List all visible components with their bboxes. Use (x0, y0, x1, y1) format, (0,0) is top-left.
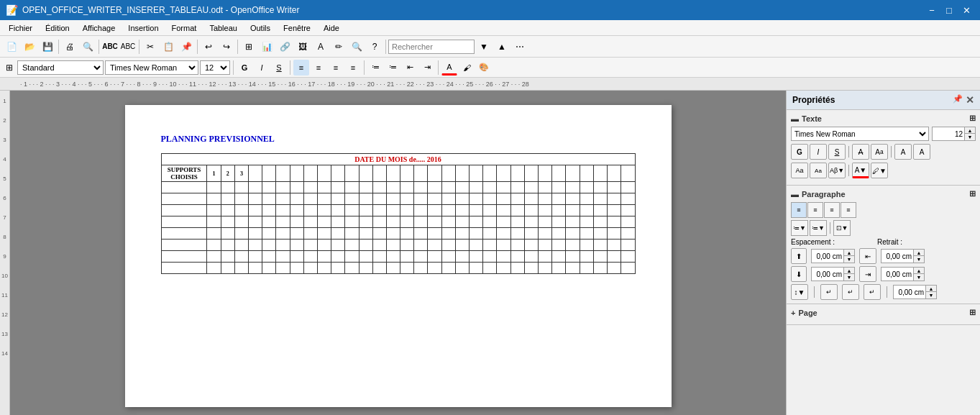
table-cell[interactable] (497, 263, 510, 274)
table-cell[interactable] (455, 263, 469, 274)
table-cell[interactable] (414, 205, 428, 216)
table-cell[interactable] (593, 240, 607, 251)
table-cell[interactable] (538, 216, 551, 228)
table-cell[interactable] (580, 182, 593, 193)
table-cell[interactable] (221, 193, 234, 205)
table-cell[interactable] (510, 216, 524, 228)
table-cell[interactable] (566, 193, 580, 205)
table-cell[interactable] (400, 240, 414, 251)
first-indent-btn[interactable]: ↵ (820, 284, 838, 300)
panel-font-color-btn[interactable]: A▼ (852, 163, 869, 178)
table-cell[interactable] (607, 228, 620, 240)
table-cell[interactable] (566, 263, 580, 274)
new-button[interactable]: 📄 (3, 38, 20, 55)
table-cell[interactable] (262, 182, 276, 193)
table-cell[interactable] (497, 216, 510, 228)
table-cell[interactable] (249, 251, 262, 263)
table-cell[interactable] (331, 205, 345, 216)
table-cell[interactable] (386, 228, 400, 240)
table-cell[interactable] (566, 205, 580, 216)
panel-close-button[interactable]: ✕ (966, 94, 974, 106)
menu-affichage[interactable]: Affichage (77, 22, 122, 34)
space-above-input[interactable] (811, 249, 843, 263)
table-cell[interactable] (317, 251, 331, 263)
table-cell[interactable] (331, 240, 345, 251)
table-cell[interactable] (249, 216, 262, 228)
table-cell[interactable] (290, 263, 303, 274)
panel-italic-button[interactable]: I (810, 144, 827, 160)
table-cell[interactable] (538, 228, 551, 240)
table-cell[interactable] (621, 251, 635, 263)
table-cell[interactable] (234, 205, 248, 216)
table-cell[interactable] (483, 182, 497, 193)
table-cell[interactable] (234, 251, 248, 263)
panel-aa-btn1[interactable]: Aa (791, 163, 808, 178)
table-cell[interactable] (470, 193, 483, 205)
unordered-list-btn[interactable]: ≔▼ (791, 220, 808, 236)
table-cell[interactable] (455, 182, 469, 193)
table-cell[interactable] (161, 251, 207, 263)
table-cell[interactable] (207, 205, 221, 216)
table-cell[interactable] (262, 193, 276, 205)
align-right-button[interactable]: ≡ (328, 60, 344, 76)
panel-case-btn[interactable]: Αβ▼ (828, 163, 846, 178)
style-dropdown-btn[interactable]: ⊞ (3, 59, 16, 76)
table-cell[interactable] (372, 240, 386, 251)
table-cell[interactable] (345, 216, 359, 228)
hanging-btn[interactable]: ↵ (842, 284, 859, 300)
table-cell[interactable] (607, 263, 620, 274)
table-cell[interactable] (290, 182, 303, 193)
table-cell[interactable] (538, 182, 551, 193)
table-cell[interactable] (317, 205, 331, 216)
table-cell[interactable] (414, 182, 428, 193)
table-cell[interactable] (317, 182, 331, 193)
table-cell[interactable] (580, 240, 593, 251)
table-cell[interactable] (566, 216, 580, 228)
table-cell[interactable] (524, 228, 538, 240)
table-cell[interactable] (345, 205, 359, 216)
table-cell[interactable] (331, 251, 345, 263)
table-cell[interactable] (497, 251, 510, 263)
spell-button[interactable]: ABC (101, 38, 119, 55)
table-cell[interactable] (455, 216, 469, 228)
table-cell[interactable] (331, 216, 345, 228)
table-cell[interactable] (414, 228, 428, 240)
page-panel-expand-icon[interactable]: ⊞ (969, 308, 976, 317)
align-justify-btn[interactable]: ≡ (841, 202, 856, 218)
line-spacing-btn[interactable]: ↕▼ (791, 284, 808, 300)
table-cell[interactable] (470, 251, 483, 263)
table-cell[interactable] (234, 240, 248, 251)
indent-right-btn[interactable]: ⇥ (859, 266, 876, 282)
menu-aide[interactable]: Aide (318, 22, 345, 34)
indent-less-button[interactable]: ⇤ (402, 60, 418, 76)
table-cell[interactable] (414, 251, 428, 263)
table-cell[interactable] (207, 193, 221, 205)
table-cell[interactable] (441, 251, 455, 263)
table-cell[interactable] (483, 216, 497, 228)
table-cell[interactable] (221, 251, 234, 263)
panel-font-select[interactable]: Times New Roman (791, 127, 929, 141)
table-cell[interactable] (538, 205, 551, 216)
show-draw-button[interactable]: ✏ (330, 38, 347, 55)
table-cell[interactable] (455, 205, 469, 216)
minimize-button[interactable]: − (924, 2, 940, 18)
bullets-button[interactable]: ≔ (367, 60, 383, 76)
table-cell[interactable] (400, 228, 414, 240)
style-select[interactable]: Standard (17, 60, 104, 75)
table-cell[interactable] (372, 216, 386, 228)
line-spacing-down[interactable]: ▼ (926, 292, 936, 298)
table-cell[interactable] (621, 240, 635, 251)
table-cell[interactable] (161, 240, 207, 251)
line-spacing-up[interactable]: ▲ (926, 286, 936, 292)
table-cell[interactable] (524, 251, 538, 263)
table-cell[interactable] (441, 182, 455, 193)
table-cell[interactable] (428, 251, 441, 263)
table-cell[interactable] (607, 240, 620, 251)
table-cell[interactable] (372, 263, 386, 274)
table-cell[interactable] (470, 205, 483, 216)
paste-button[interactable]: 📌 (178, 38, 195, 55)
table-cell[interactable] (221, 216, 234, 228)
close-button[interactable]: ✕ (958, 2, 974, 18)
panel-sup-button[interactable]: A (894, 144, 912, 160)
table-cell[interactable] (345, 263, 359, 274)
